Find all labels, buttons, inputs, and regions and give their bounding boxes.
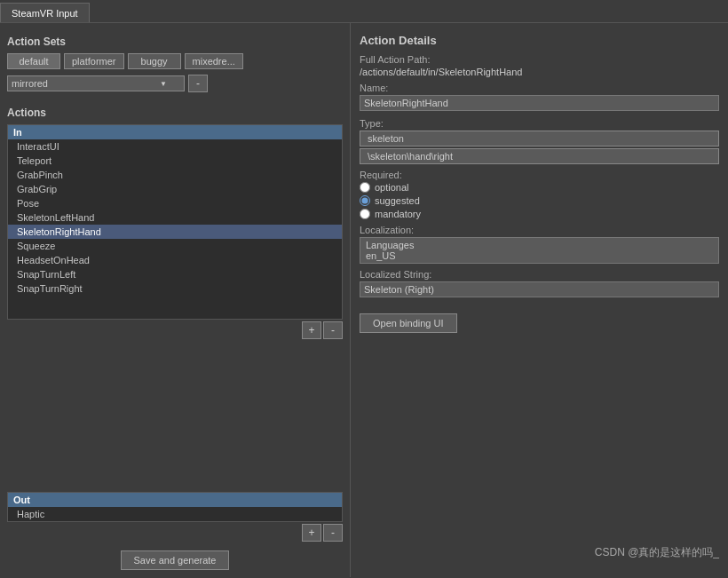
list-item-headsetonhead[interactable]: HeadsetOnHead (8, 253, 342, 267)
in-group-header: In (8, 125, 342, 139)
add-in-btn[interactable]: + (302, 321, 321, 339)
list-item-snapturnleft[interactable]: SnapTurnLeft (8, 267, 342, 281)
full-path-label: Full Action Path: (360, 54, 719, 65)
right-panel: Action Details Full Action Path: /action… (351, 23, 728, 577)
save-generate-button[interactable]: Save and generate (121, 550, 230, 570)
mirrored-dropdown-wrapper: mirrored left_right right_left (7, 75, 185, 91)
tab-bar: SteamVR Input (0, 0, 728, 23)
radio-optional[interactable]: optional (360, 182, 719, 193)
action-set-buttons: default platformer buggy mixedre... (7, 53, 343, 69)
radio-mandatory-label: mandatory (375, 209, 421, 219)
actions-header: Actions (7, 107, 343, 119)
type-path: \skeleton\hand\right (360, 148, 719, 164)
action-details-title: Action Details (360, 34, 719, 47)
list-item-grabpinch[interactable]: GrabPinch (8, 168, 342, 182)
localized-string-label: Localized String: (360, 269, 719, 280)
type-row: skeleton \skeleton\hand\right (360, 131, 719, 164)
steamvr-input-tab[interactable]: SteamVR Input (0, 3, 90, 22)
in-list-section: In InteractUI Teleport GrabPinch GrabGri… (7, 124, 343, 488)
out-group-header: Out (8, 493, 342, 507)
action-sets-header: Action Sets (7, 36, 343, 48)
action-set-buggy[interactable]: buggy (128, 53, 181, 69)
required-radio-group: optional suggested mandatory (360, 182, 719, 219)
list-item-snapturnright[interactable]: SnapTurnRight (8, 281, 342, 296)
list-item-pose[interactable]: Pose (8, 196, 342, 210)
radio-optional-label: optional (375, 182, 409, 193)
list-item-squeeze[interactable]: Squeeze (8, 239, 342, 253)
remove-action-set-btn[interactable]: - (188, 75, 208, 92)
action-set-row: mirrored left_right right_left - (7, 75, 343, 92)
radio-suggested-input[interactable] (360, 195, 370, 206)
list-item-skeletonrighthand[interactable]: SkeletonRightHand (8, 225, 342, 239)
bottom-buttons: Save and generate (7, 550, 343, 570)
remove-in-btn[interactable]: - (323, 321, 343, 339)
out-list-section: Out Haptic + - (7, 492, 343, 542)
list-item-skeletonlefthand[interactable]: SkeletonLeftHand (8, 210, 342, 225)
radio-suggested[interactable]: suggested (360, 195, 719, 206)
action-set-platformer[interactable]: platformer (64, 53, 124, 69)
radio-optional-input[interactable] (360, 182, 370, 193)
languages-label: Languages (366, 240, 713, 250)
language-value: en_US (366, 250, 713, 261)
out-list-controls: + - (7, 524, 343, 542)
localization-label: Localization: (360, 225, 719, 235)
list-item-interactui[interactable]: InteractUI (8, 139, 342, 154)
languages-list: Languages en_US (360, 237, 719, 264)
localized-string-input[interactable] (360, 281, 719, 297)
add-out-btn[interactable]: + (302, 524, 321, 542)
type-value: skeleton (360, 131, 719, 146)
full-path-value: /actions/default/in/SkeletonRightHand (360, 67, 719, 77)
type-label: Type: (360, 118, 719, 129)
remove-out-btn[interactable]: - (323, 524, 343, 542)
radio-suggested-label: suggested (375, 195, 420, 206)
radio-mandatory[interactable]: mandatory (360, 209, 719, 219)
out-list-area: Out Haptic (7, 492, 343, 522)
mirrored-dropdown[interactable]: mirrored left_right right_left (7, 75, 185, 91)
list-item-haptic[interactable]: Haptic (8, 507, 342, 521)
open-binding-button[interactable]: Open binding UI (360, 313, 457, 333)
name-input[interactable] (360, 95, 719, 111)
in-list-area: In InteractUI Teleport GrabPinch GrabGri… (7, 124, 343, 320)
name-label: Name: (360, 83, 719, 93)
required-label: Required: (360, 170, 719, 180)
radio-mandatory-input[interactable] (360, 209, 370, 219)
list-item-teleport[interactable]: Teleport (8, 154, 342, 168)
action-set-default[interactable]: default (7, 53, 60, 69)
action-sets-area: Action Sets default platformer buggy mix… (7, 30, 343, 92)
list-item-grabgrip[interactable]: GrabGrip (8, 182, 342, 196)
in-list-controls: + - (7, 321, 343, 339)
action-set-mixedre[interactable]: mixedre... (185, 53, 243, 69)
watermark: CSDN @真的是这样的吗_ (595, 545, 719, 560)
left-panel: Action Sets default platformer buggy mix… (0, 23, 351, 577)
